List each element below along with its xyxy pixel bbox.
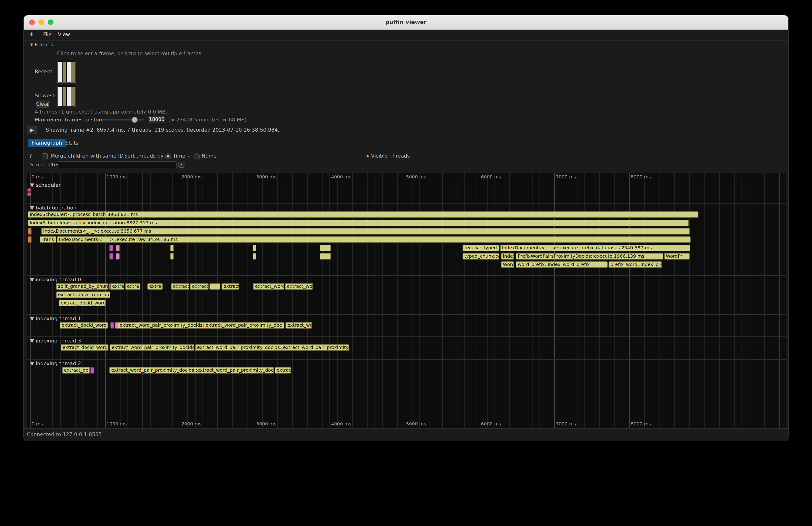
thread-label[interactable]: ▼ batch-operation (30, 205, 76, 211)
frame-stripe[interactable] (71, 87, 75, 106)
scope-bar[interactable]: extract_word_pair_proximity_docids (110, 344, 194, 351)
flamegraph-canvas[interactable]: 0 ms0 ms1000 ms1000 ms2000 ms2000 ms3000… (27, 173, 786, 428)
separator (26, 137, 786, 137)
gridline (270, 173, 270, 428)
scope-bar[interactable]: extract_word_pair_proximity_docids::extr… (118, 322, 284, 328)
thread-label[interactable]: ▼ scheduler (30, 182, 61, 188)
scope-bar[interactable]: extract_wo (286, 322, 312, 328)
sort-by-time-label[interactable]: Time ↓ (173, 153, 191, 159)
time-tick-label: 7000 ms (556, 174, 576, 179)
scope-bar[interactable] (27, 192, 31, 196)
scope-bar[interactable]: extrac (147, 283, 163, 290)
scope-bar[interactable] (90, 367, 94, 374)
scope-bar[interactable]: split_grenad_by_chun (56, 283, 108, 290)
scope-bar[interactable] (110, 245, 113, 251)
scope-bar[interactable] (170, 253, 174, 260)
scope-bar[interactable]: extract_docid_word (60, 322, 108, 328)
scope-bar[interactable]: extract_ (171, 283, 189, 290)
scope-bar[interactable] (110, 322, 114, 328)
scope-bar[interactable]: IndexScheduler>::process_batch 8953.821 … (28, 211, 698, 218)
scope-bar[interactable]: extract (221, 283, 239, 290)
gridline (779, 173, 780, 428)
recent-label: Recent: (35, 69, 54, 75)
scope-bar[interactable]: extract (110, 283, 124, 290)
scope-bar[interactable]: extract_ (190, 283, 208, 290)
scope-bar[interactable] (116, 253, 119, 260)
scope-bar[interactable] (28, 236, 31, 243)
sort-by-time-radio[interactable] (165, 154, 171, 159)
scope-bar[interactable] (110, 253, 113, 260)
thread-label[interactable]: ▼ indexing-thread:1 (30, 316, 81, 322)
frame-stripe[interactable] (62, 62, 66, 82)
frame-stripe[interactable] (67, 87, 71, 106)
time-tick-label: 0 ms (31, 174, 43, 179)
frames-section-header[interactable]: ▼ Frames (30, 42, 53, 48)
help-button[interactable]: ? (29, 153, 32, 159)
scope-bar[interactable] (320, 253, 331, 260)
scope-bar[interactable]: IndexDocuments<_, _>::execute 8656.677 m… (41, 228, 690, 234)
thread-label[interactable]: ▼ indexing-thread:0 (30, 277, 81, 283)
scope-bar[interactable] (27, 188, 31, 192)
scope-bar[interactable]: extract::data_from_ob (56, 292, 110, 298)
gridline (704, 173, 705, 428)
sort-by-name-label[interactable]: Name (202, 153, 217, 159)
frame-stripe[interactable] (62, 87, 66, 106)
sort-by-name-radio[interactable] (194, 154, 200, 159)
scope-bar[interactable]: extrac (275, 367, 291, 374)
recent-frames-thumbnail[interactable] (57, 61, 76, 83)
scope-bar[interactable]: IndexScheduler>::apply_index_operation 8… (28, 220, 689, 226)
scope-bar[interactable]: extra (125, 283, 141, 290)
play-button[interactable]: ▶ (27, 126, 37, 134)
frame-stripe[interactable] (58, 87, 62, 106)
scope-bar[interactable]: extract_wo (285, 283, 313, 290)
tab-stats[interactable]: Stats (62, 139, 82, 147)
theme-toggle-icon[interactable]: ☀ (29, 31, 34, 38)
scope-bar[interactable]: IndexDocuments<_, _>::execute_raw 8459.1… (57, 236, 691, 243)
merge-children-label[interactable]: Merge children with same ID (50, 153, 124, 159)
gridline (217, 173, 218, 428)
scope-bar[interactable]: extract_word_pair_proximity_docids::extr… (195, 344, 349, 351)
max-frames-value[interactable]: 18000 (148, 116, 165, 123)
scope-bar[interactable] (209, 283, 220, 290)
scope-bar[interactable] (320, 245, 331, 251)
scope-bar[interactable]: extract_doc (62, 367, 90, 374)
thread-label[interactable]: ▼ indexing-thread:3 (30, 338, 81, 344)
scope-bar[interactable] (170, 245, 174, 251)
scope-bar[interactable]: Word (501, 261, 514, 268)
gridline (45, 173, 46, 428)
frame-stripe[interactable] (71, 62, 75, 82)
scope-bar[interactable]: word_prefix::index_word_prefix_ (516, 261, 608, 268)
thread-label[interactable]: ▼ indexing-thread:2 (30, 361, 81, 367)
frame-stripe[interactable] (58, 62, 62, 82)
scope-bar[interactable] (252, 245, 256, 251)
frame-info: Showing frame #2, 8957.4 ms, 7 threads, … (46, 127, 279, 133)
scope-bar[interactable]: extract_word_pair_proximity_docids::extr… (110, 367, 274, 374)
slowest-frames-thumbnail[interactable] (57, 86, 76, 107)
scope-bar[interactable] (28, 228, 31, 234)
scope-bar[interactable]: IndexDocuments<_, _>::execute_prefix_dat… (500, 245, 690, 251)
clear-button[interactable]: Clear (36, 101, 49, 107)
scope-bar[interactable]: Trans (40, 236, 56, 243)
gridline (577, 173, 577, 428)
scope-bar[interactable]: receive_typed_ (463, 245, 499, 251)
menu-view[interactable]: View (58, 31, 70, 38)
scope-bar[interactable]: WordPr (664, 253, 690, 260)
max-frames-slider-track[interactable] (102, 119, 144, 120)
scope-filter-clear-button[interactable]: x (178, 162, 185, 168)
scope-bar[interactable] (252, 253, 256, 260)
scope-bar[interactable]: extract_word (253, 283, 284, 290)
merge-children-checkbox[interactable] (42, 154, 48, 159)
visible-threads-collapser[interactable]: ▶ Visible Threads (367, 153, 410, 159)
frame-stripe[interactable] (67, 62, 71, 82)
scope-filter-input[interactable] (58, 161, 177, 168)
scope-bar[interactable]: PrefixWordPairsProximityDocids::execute … (516, 253, 663, 260)
tab-flamegraph[interactable]: Flamegraph (28, 139, 66, 147)
menu-file[interactable]: File (43, 31, 52, 38)
scope-bar[interactable]: extract_docid_word (61, 344, 108, 351)
scope-bar[interactable]: prefix_word::index_prefix_wo (609, 261, 662, 268)
max-frames-slider-knob[interactable] (132, 117, 137, 123)
scope-bar[interactable]: index (501, 253, 514, 260)
scope-bar[interactable]: extract_docid_word (59, 300, 106, 306)
scope-bar[interactable]: typed_chunk::w (463, 253, 499, 260)
scope-bar[interactable] (116, 245, 119, 251)
